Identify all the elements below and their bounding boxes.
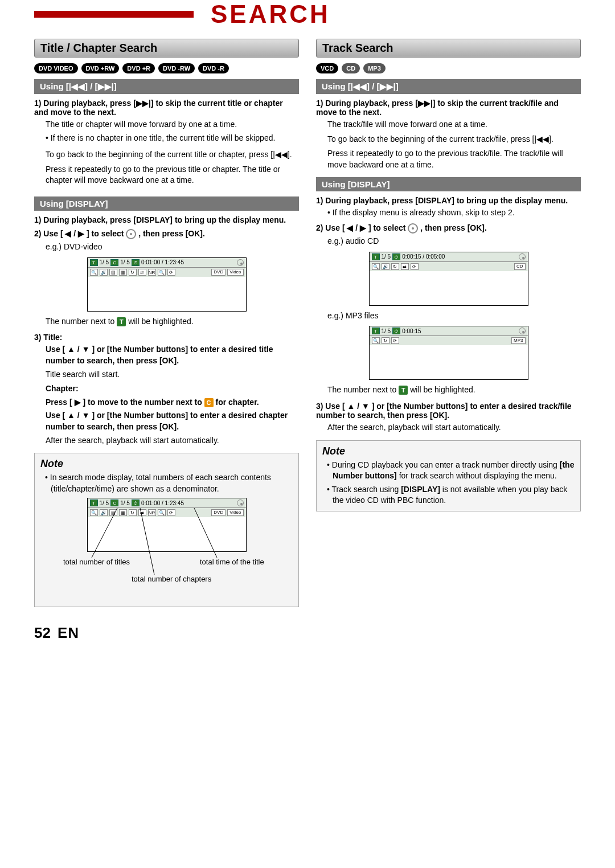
disc-icon: [519, 253, 526, 260]
step-subtitle: Chapter:: [46, 383, 299, 395]
body-text: Press it repeatedly to go to the previou…: [327, 148, 581, 170]
body-text: will be highlighted.: [128, 317, 193, 326]
step-text: Use [ ▲ / ▼ ] or [the Number buttons] to…: [46, 410, 299, 432]
step-text: Use [ ▲ / ▼ ] or [the Number buttons] to…: [46, 344, 299, 366]
osd-mini-icon: ⇄: [138, 509, 146, 516]
osd-time: 0:01:00 / 1:23:45: [141, 259, 184, 265]
bullet-text: If there is no chapter in one title, the…: [46, 133, 299, 144]
osd-mini-icon: 🔍: [158, 509, 166, 516]
subsection-using-display: Using [DISPLAY]: [34, 196, 299, 211]
example-label: e.g.) MP3 files: [327, 310, 581, 322]
disc-badge: MP3: [363, 63, 386, 73]
step-text: , then press [OK].: [138, 229, 205, 238]
osd-c-icon: C: [110, 259, 118, 266]
osd-mini-icon: 🔍: [90, 509, 98, 516]
osd-mini-icon: 🔍: [372, 263, 380, 270]
osd-mini-icon: ⟳: [167, 509, 175, 516]
c-highlight-icon: C: [204, 398, 214, 407]
osd-display-dvd: T 1/ 5 C 1/ 5 ⏱ 0:01:00 / 1:23:45 🔍 🔊 ▤ …: [87, 257, 247, 312]
subsection-using-skip: Using [|◀◀] / [▶▶|]: [34, 79, 299, 94]
osd-time: 0:00:15 / 0:05:00: [402, 253, 445, 260]
osd-mini-icon: NR: [148, 509, 156, 516]
osd-mini-icon: ⟳: [411, 263, 419, 270]
right-column: Track Search VCD CD MP3 Using [|◀◀] / [▶…: [316, 39, 581, 607]
osd-time: 0:00:15: [402, 328, 421, 334]
note-box-right: Note During CD playback you can enter a …: [316, 440, 581, 511]
step-text: Use [ ▲ / ▼ ] or [the Number buttons] to…: [316, 402, 572, 420]
step-text: During playback, press [▶▶|] to skip the…: [34, 99, 283, 117]
osd-mini-icon: ▤: [109, 509, 117, 516]
note-box-left: Note In search mode display, total numbe…: [34, 453, 299, 607]
step-number: 1): [316, 99, 323, 108]
bullet-text: If the display menu is already shown, sk…: [327, 207, 581, 219]
disc-icon: [237, 259, 244, 266]
osd-mini-icon: ⟳: [391, 337, 399, 344]
left-column: Title / Chapter Search DVD VIDEO DVD +RW…: [34, 39, 299, 607]
note-bullet: During CD playback you can enter a track…: [327, 460, 575, 482]
disc-search-icon: [408, 223, 418, 234]
disc-badges-left: DVD VIDEO DVD +RW DVD +R DVD -RW DVD -R: [34, 63, 299, 73]
body-text: To go back to the beginning of the curre…: [327, 134, 581, 145]
disc-badges-right: VCD CD MP3: [316, 63, 581, 73]
osd-t-icon: T: [90, 499, 98, 506]
disc-badge: CD: [342, 63, 360, 73]
step-text: Press [ ▶ ] to move to the number next t…: [46, 398, 204, 407]
step-text: , then press [OK].: [420, 223, 487, 232]
body-text: The number next to: [327, 385, 399, 394]
osd-time: 0:01:00 / 1:23:45: [141, 500, 184, 506]
example-label: e.g.) DVD-video: [46, 241, 299, 253]
disc-icon: [519, 327, 526, 334]
osd-mini-icon: 🔍: [90, 269, 98, 276]
page-title: SEARCH: [194, 0, 330, 28]
osd-t-icon: T: [372, 327, 380, 334]
osd-mini-icon: ⇄: [401, 263, 409, 270]
disc-icon: [237, 499, 244, 506]
step-number: 3): [34, 333, 41, 342]
osd-tag: Video: [227, 509, 243, 516]
body-text: After the search, playback will start au…: [327, 422, 581, 433]
step-number: 3): [316, 402, 323, 411]
osd-display-cd: T 1/ 5 ⏱ 0:00:15 / 0:05:00 🔍 🔊 ↻ ⇄ ⟳ CD: [369, 252, 528, 306]
subsection-using-display: Using [DISPLAY]: [316, 177, 581, 191]
note-title: Note: [40, 458, 293, 470]
step-number: 1): [34, 215, 41, 224]
body-text: To go back to the beginning of the curre…: [46, 149, 299, 161]
step-number: 1): [316, 196, 323, 205]
osd-tag: DVD: [211, 509, 226, 516]
step-text: for chapter.: [215, 398, 259, 407]
osd-display-note: T 1/ 5 C 1/ 5 ⏱ 0:01:00 / 1:23:45 🔍 🔊: [87, 498, 247, 552]
step-number: 2): [34, 229, 41, 238]
osd-mini-icon: 🔊: [100, 509, 108, 516]
osd-chapter-count: 1/ 5: [120, 500, 130, 506]
osd-display-mp3: T 1/ 5 ⏱ 0:00:15 🔍 ↻ ⟳ MP3: [369, 326, 528, 380]
osd-chapter-count: 1/ 5: [120, 259, 130, 265]
osd-title-count: 1/ 5: [100, 500, 109, 506]
example-label: e.g.) audio CD: [327, 236, 581, 247]
osd-t-icon: T: [372, 253, 380, 260]
body-text: The title or chapter will move forward b…: [46, 119, 299, 130]
osd-t-icon: T: [90, 259, 98, 266]
body-text: Press it repeatedly to go to the previou…: [46, 164, 299, 186]
clock-icon: ⏱: [132, 259, 140, 266]
step-text: Use [ ◀ / ▶ ] to select: [325, 223, 408, 232]
note-bullet: In search mode display, total numbers of…: [45, 472, 293, 494]
osd-tag: CD: [514, 263, 526, 270]
header-accent-bar: [34, 11, 194, 18]
disc-badge: VCD: [316, 63, 338, 73]
disc-search-icon: [126, 229, 136, 239]
osd-track-count: 1/ 5: [382, 328, 391, 334]
osd-tag: MP3: [511, 337, 525, 344]
step-number: 1): [34, 99, 41, 108]
section-header-track: Track Search: [316, 39, 581, 58]
step-text: Use [ ◀ / ▶ ] to select: [43, 229, 126, 238]
osd-tag: DVD: [211, 269, 226, 276]
osd-mini-icon: ▦: [119, 509, 127, 516]
osd-mini-icon: 🔊: [100, 269, 108, 276]
body-text: will be highlighted.: [410, 385, 475, 394]
osd-mini-icon: ↻: [391, 263, 399, 270]
osd-c-icon: C: [110, 499, 118, 506]
osd-mini-icon: ↻: [382, 337, 390, 344]
osd-mini-icon: ▦: [119, 269, 127, 276]
osd-mini-icon: NR: [148, 269, 156, 276]
callout-label: total number of chapters: [132, 575, 211, 583]
